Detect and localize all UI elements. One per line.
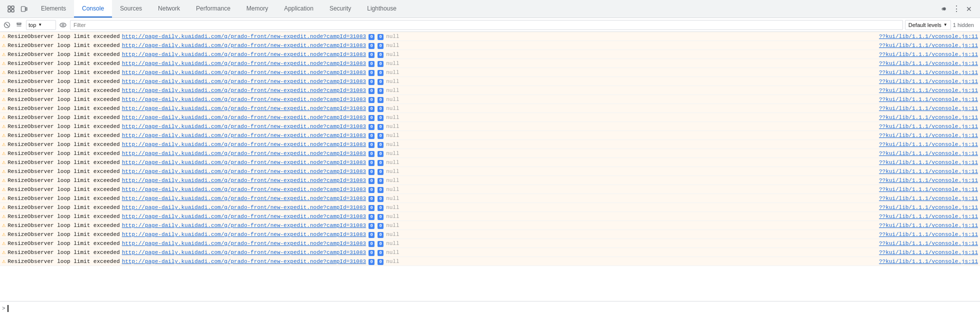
tab-sources[interactable]: Sources	[112, 0, 150, 18]
log-url-link[interactable]: http://page-daily.kuaidadi.com/g/prado-f…	[122, 60, 366, 66]
log-url-link[interactable]: http://page-daily.kuaidadi.com/g/prado-f…	[122, 222, 366, 228]
log-url-link[interactable]: http://page-daily.kuaidadi.com/g/prado-f…	[122, 258, 366, 264]
log-url-link[interactable]: http://page-daily.kuaidadi.com/g/prado-f…	[122, 96, 366, 102]
console-filter-input[interactable]	[70, 20, 903, 30]
log-source-link[interactable]: ??kui/lib/1.1.1/vconsole.js:11	[875, 78, 978, 84]
log-url-link[interactable]: http://page-daily.kuaidadi.com/g/prado-f…	[122, 204, 366, 210]
log-url-link[interactable]: http://page-daily.kuaidadi.com/g/prado-f…	[122, 34, 366, 40]
null-value: null	[386, 88, 399, 94]
log-url-link[interactable]: http://page-daily.kuaidadi.com/g/prado-f…	[122, 70, 366, 76]
log-url-link[interactable]: http://page-daily.kuaidadi.com/g/prado-f…	[122, 232, 366, 238]
log-source-link[interactable]: ??kui/lib/1.1.1/vconsole.js:11	[875, 114, 978, 120]
log-source-link[interactable]: ??kui/lib/1.1.1/vconsole.js:11	[875, 88, 978, 94]
log-source-link[interactable]: ??kui/lib/1.1.1/vconsole.js:11	[875, 106, 978, 112]
log-source-link[interactable]: ??kui/lib/1.1.1/vconsole.js:11	[875, 204, 978, 210]
log-source-link[interactable]: ??kui/lib/1.1.1/vconsole.js:11	[875, 258, 978, 264]
null-value: null	[386, 60, 399, 66]
table-row: ⚠ ResizeObserver loop limit exceeded htt…	[0, 50, 980, 59]
log-source-link[interactable]: ??kui/lib/1.1.1/vconsole.js:11	[875, 240, 978, 246]
log-url-link[interactable]: http://page-daily.kuaidadi.com/g/prado-f…	[122, 214, 366, 220]
tab-application[interactable]: Application	[276, 0, 322, 18]
log-source-link[interactable]: ??kui/lib/1.1.1/vconsole.js:11	[875, 132, 978, 138]
execution-context-selector[interactable]: top ▼	[26, 20, 56, 30]
badge-zero-2: 0	[378, 250, 384, 256]
log-url-link[interactable]: http://page-daily.kuaidadi.com/g/prado-f…	[122, 250, 366, 256]
log-source-link[interactable]: ??kui/lib/1.1.1/vconsole.js:11	[875, 168, 978, 174]
log-url-link[interactable]: http://page-daily.kuaidadi.com/g/prado-f…	[122, 106, 366, 112]
log-message: ResizeObserver loop limit exceeded http:…	[8, 142, 875, 148]
log-url-link[interactable]: http://page-daily.kuaidadi.com/g/prado-f…	[122, 168, 366, 174]
tab-lighthouse[interactable]: Lighthouse	[359, 0, 404, 18]
log-source-link[interactable]: ??kui/lib/1.1.1/vconsole.js:11	[875, 34, 978, 40]
live-expressions-button[interactable]	[58, 20, 68, 30]
null-value: null	[386, 196, 399, 202]
log-source-link[interactable]: ??kui/lib/1.1.1/vconsole.js:11	[875, 214, 978, 220]
null-value: null	[386, 52, 399, 58]
log-source-link[interactable]: ??kui/lib/1.1.1/vconsole.js:11	[875, 232, 978, 238]
log-url-link[interactable]: http://page-daily.kuaidadi.com/g/prado-f…	[122, 142, 366, 148]
log-url-link[interactable]: http://page-daily.kuaidadi.com/g/prado-f…	[122, 124, 366, 130]
log-levels-dropdown[interactable]: Default levels ▼	[905, 20, 951, 30]
log-message: ResizeObserver loop limit exceeded http:…	[8, 232, 875, 238]
log-source-link[interactable]: ??kui/lib/1.1.1/vconsole.js:11	[875, 196, 978, 202]
log-source-link[interactable]: ??kui/lib/1.1.1/vconsole.js:11	[875, 60, 978, 66]
log-message: ResizeObserver loop limit exceeded http:…	[8, 70, 875, 76]
log-source-link[interactable]: ??kui/lib/1.1.1/vconsole.js:11	[875, 178, 978, 184]
log-url-link[interactable]: http://page-daily.kuaidadi.com/g/prado-f…	[122, 132, 366, 138]
log-source-link[interactable]: ??kui/lib/1.1.1/vconsole.js:11	[875, 222, 978, 228]
tab-memory[interactable]: Memory	[238, 0, 276, 18]
badge-zero-2: 0	[378, 97, 384, 103]
close-devtools-button[interactable]: ✕	[963, 3, 975, 15]
device-toolbar-button[interactable]	[18, 3, 30, 15]
badge-zero-1: 0	[368, 106, 374, 112]
log-url-link[interactable]: http://page-daily.kuaidadi.com/g/prado-f…	[122, 88, 366, 94]
warning-icon: ⚠	[2, 122, 6, 130]
more-options-button[interactable]: ⋮	[950, 3, 962, 15]
warning-icon: ⚠	[2, 248, 6, 256]
log-url-link[interactable]: http://page-daily.kuaidadi.com/g/prado-f…	[122, 186, 366, 192]
badge-zero-1: 0	[368, 169, 374, 175]
preserve-log-button[interactable]	[14, 20, 24, 30]
log-url-link[interactable]: http://page-daily.kuaidadi.com/g/prado-f…	[122, 160, 366, 166]
table-row: ⚠ ResizeObserver loop limit exceeded htt…	[0, 86, 980, 95]
console-log-area[interactable]: ⚠ ResizeObserver loop limit exceeded htt…	[0, 32, 980, 301]
log-source-link[interactable]: ??kui/lib/1.1.1/vconsole.js:11	[875, 52, 978, 58]
table-row: ⚠ ResizeObserver loop limit exceeded htt…	[0, 158, 980, 167]
log-url-link[interactable]: http://page-daily.kuaidadi.com/g/prado-f…	[122, 42, 366, 48]
svg-rect-5	[26, 8, 27, 10]
log-url-link[interactable]: http://page-daily.kuaidadi.com/g/prado-f…	[122, 150, 366, 156]
log-source-link[interactable]: ??kui/lib/1.1.1/vconsole.js:11	[875, 96, 978, 102]
log-source-link[interactable]: ??kui/lib/1.1.1/vconsole.js:11	[875, 42, 978, 48]
clear-console-button[interactable]	[2, 20, 12, 30]
hidden-messages-count: 1 hidden	[953, 22, 978, 28]
null-value: null	[386, 258, 399, 264]
null-value: null	[386, 114, 399, 120]
badge-zero-1: 0	[368, 250, 374, 256]
tab-console[interactable]: Console	[74, 0, 112, 18]
tab-elements[interactable]: Elements	[33, 0, 74, 18]
log-source-link[interactable]: ??kui/lib/1.1.1/vconsole.js:11	[875, 124, 978, 130]
log-source-link[interactable]: ??kui/lib/1.1.1/vconsole.js:11	[875, 142, 978, 148]
null-value: null	[386, 240, 399, 246]
null-value: null	[386, 34, 399, 40]
log-url-link[interactable]: http://page-daily.kuaidadi.com/g/prado-f…	[122, 114, 366, 120]
log-source-link[interactable]: ??kui/lib/1.1.1/vconsole.js:11	[875, 150, 978, 156]
inspect-element-button[interactable]	[5, 3, 17, 15]
settings-button[interactable]	[937, 3, 949, 15]
log-url-link[interactable]: http://page-daily.kuaidadi.com/g/prado-f…	[122, 240, 366, 246]
badge-zero-2: 0	[378, 124, 384, 130]
log-source-link[interactable]: ??kui/lib/1.1.1/vconsole.js:11	[875, 70, 978, 76]
badge-zero-1: 0	[368, 160, 374, 166]
log-url-link[interactable]: http://page-daily.kuaidadi.com/g/prado-f…	[122, 52, 366, 58]
log-url-link[interactable]: http://page-daily.kuaidadi.com/g/prado-f…	[122, 178, 366, 184]
log-url-link[interactable]: http://page-daily.kuaidadi.com/g/prado-f…	[122, 78, 366, 84]
main-tabs: Elements Console Sources Network Perform…	[33, 0, 934, 18]
tab-security[interactable]: Security	[322, 0, 359, 18]
log-url-link[interactable]: http://page-daily.kuaidadi.com/g/prado-f…	[122, 196, 366, 202]
tab-network[interactable]: Network	[150, 0, 188, 18]
tab-performance[interactable]: Performance	[188, 0, 238, 18]
levels-chevron-icon: ▼	[944, 22, 948, 27]
log-source-link[interactable]: ??kui/lib/1.1.1/vconsole.js:11	[875, 160, 978, 166]
log-source-link[interactable]: ??kui/lib/1.1.1/vconsole.js:11	[875, 186, 978, 192]
log-source-link[interactable]: ??kui/lib/1.1.1/vconsole.js:11	[875, 250, 978, 256]
